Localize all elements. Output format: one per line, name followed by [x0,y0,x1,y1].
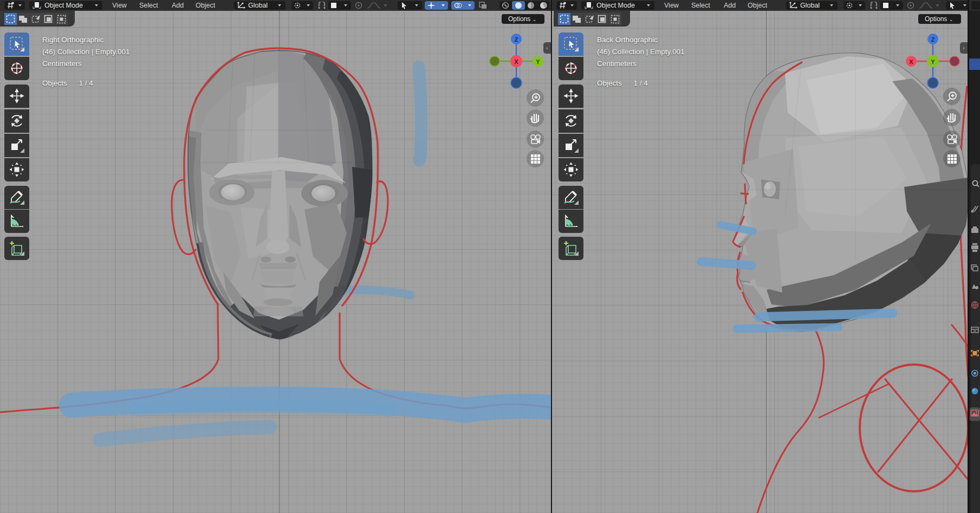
svg-text:Y: Y [536,59,540,65]
svg-text:Z: Z [931,36,935,43]
svg-text:X: X [909,59,913,65]
svg-text:Y: Y [931,59,935,65]
svg-text:Z: Z [515,36,518,43]
svg-text:X: X [514,59,518,65]
